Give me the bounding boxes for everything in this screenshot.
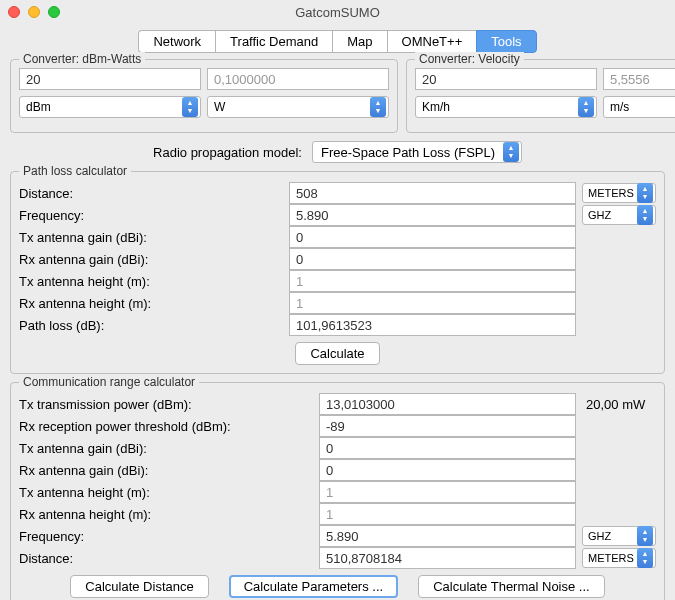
label-rx-threshold: Rx reception power threshold (dBm): [19, 419, 319, 434]
chevron-updown-icon: ▲▼ [637, 183, 653, 203]
converter-velocity: Converter: Velocity Km/h▲▼ m/s▲▼ [406, 59, 675, 133]
label-rx-height: Rx antenna height (m): [19, 296, 289, 311]
commrange-calculator: Communication range calculator Tx transm… [10, 382, 665, 600]
dbm-unit-1[interactable]: dBm▲▼ [19, 96, 201, 118]
distance-input-2[interactable] [319, 547, 576, 569]
label-rx-gain: Rx antenna gain (dBi): [19, 252, 289, 267]
dbm-value-1[interactable] [19, 68, 201, 90]
frequency-input[interactable] [289, 204, 576, 226]
label-distance: Distance: [19, 186, 289, 201]
tx-power-input[interactable] [319, 393, 576, 415]
chevron-updown-icon: ▲▼ [637, 205, 653, 225]
model-row: Radio propagation model: Free-Space Path… [10, 141, 665, 163]
tab-traffic-demand[interactable]: Traffic Demand [215, 30, 332, 53]
calculate-distance-button[interactable]: Calculate Distance [70, 575, 208, 598]
vel-unit-2[interactable]: m/s▲▼ [603, 96, 675, 118]
tx-gain-input[interactable] [289, 226, 576, 248]
label-rx-height: Rx antenna height (m): [19, 507, 319, 522]
titlebar: GatcomSUMO [0, 0, 675, 24]
rx-gain-input-2[interactable] [319, 459, 576, 481]
calculate-button[interactable]: Calculate [295, 342, 379, 365]
frequency-input-2[interactable] [319, 525, 576, 547]
calculate-thermal-noise-button[interactable]: Calculate Thermal Noise ... [418, 575, 605, 598]
chevron-updown-icon: ▲▼ [503, 142, 519, 162]
chevron-updown-icon: ▲▼ [578, 97, 594, 117]
tab-tools[interactable]: Tools [476, 30, 536, 53]
label-tx-gain: Tx antenna gain (dBi): [19, 230, 289, 245]
calculate-parameters-button[interactable]: Calculate Parameters ... [229, 575, 398, 598]
label-frequency: Frequency: [19, 208, 289, 223]
vel-unit-1[interactable]: Km/h▲▼ [415, 96, 597, 118]
pathloss-calculator: Path loss calculator Distance:METERS▲▼ F… [10, 171, 665, 374]
converter-dbm-watts: Converter: dBm-Watts dBm▲▼ W▲▼ [10, 59, 398, 133]
vel-value-2 [603, 68, 675, 90]
frequency-unit-2[interactable]: GHZ▲▼ [582, 526, 656, 546]
tx-power-mw: 20,00 mW [582, 397, 645, 412]
distance-unit[interactable]: METERS▲▼ [582, 183, 656, 203]
label-rx-gain: Rx antenna gain (dBi): [19, 463, 319, 478]
converters-row: Converter: dBm-Watts dBm▲▼ W▲▼ Converter… [10, 59, 665, 133]
rx-threshold-input[interactable] [319, 415, 576, 437]
dbm-unit-2[interactable]: W▲▼ [207, 96, 389, 118]
legend: Communication range calculator [19, 375, 199, 389]
chevron-updown-icon: ▲▼ [637, 526, 653, 546]
pathloss-input[interactable] [289, 314, 576, 336]
content: Network Traffic Demand Map OMNeT++ Tools… [0, 24, 675, 600]
tx-gain-input-2[interactable] [319, 437, 576, 459]
chevron-updown-icon: ▲▼ [637, 548, 653, 568]
label-tx-gain: Tx antenna gain (dBi): [19, 441, 319, 456]
tx-height-input [289, 270, 576, 292]
rx-height-input [289, 292, 576, 314]
distance-input[interactable] [289, 182, 576, 204]
chevron-updown-icon: ▲▼ [182, 97, 198, 117]
rx-gain-input[interactable] [289, 248, 576, 270]
label-tx-height: Tx antenna height (m): [19, 274, 289, 289]
legend: Path loss calculator [19, 164, 131, 178]
tx-height-input-2 [319, 481, 576, 503]
window-title: GatcomSUMO [0, 5, 675, 20]
tab-network[interactable]: Network [138, 30, 215, 53]
tab-map[interactable]: Map [332, 30, 386, 53]
chevron-updown-icon: ▲▼ [370, 97, 386, 117]
tab-omnet[interactable]: OMNeT++ [387, 30, 477, 53]
model-label: Radio propagation model: [153, 145, 302, 160]
label-distance: Distance: [19, 551, 319, 566]
label-pathloss: Path loss (dB): [19, 318, 289, 333]
label-frequency: Frequency: [19, 529, 319, 544]
vel-value-1[interactable] [415, 68, 597, 90]
label-tx-height: Tx antenna height (m): [19, 485, 319, 500]
label-tx-power: Tx transmission power (dBm): [19, 397, 319, 412]
distance-unit-2[interactable]: METERS▲▼ [582, 548, 656, 568]
rx-height-input-2 [319, 503, 576, 525]
model-select[interactable]: Free-Space Path Loss (FSPL)▲▼ [312, 141, 522, 163]
legend: Converter: dBm-Watts [19, 52, 145, 66]
legend: Converter: Velocity [415, 52, 524, 66]
tabbar: Network Traffic Demand Map OMNeT++ Tools [10, 30, 665, 53]
frequency-unit[interactable]: GHZ▲▼ [582, 205, 656, 225]
dbm-value-2 [207, 68, 389, 90]
